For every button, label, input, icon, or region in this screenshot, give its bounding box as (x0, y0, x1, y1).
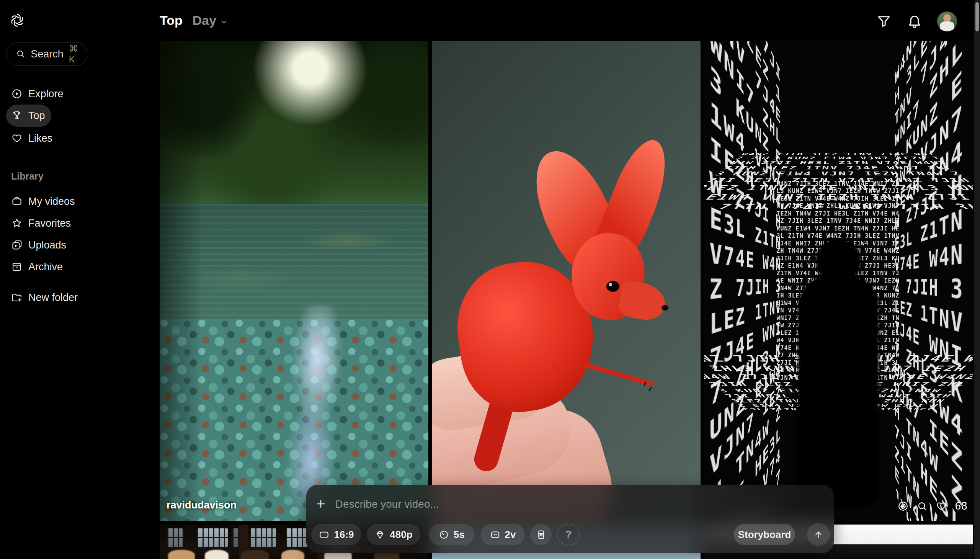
search-input[interactable]: Search ⌘ K (6, 42, 87, 66)
duration-icon (438, 529, 450, 540)
uploads-icon (11, 239, 23, 251)
vignette-art (160, 41, 428, 521)
cow-art (205, 550, 228, 559)
sidebar-item-label: Favorites (28, 217, 71, 229)
generate-button[interactable] (807, 523, 830, 546)
creature-claw-art (648, 387, 652, 391)
resolution-setting[interactable]: 480p (367, 524, 420, 545)
barn-window-art (286, 528, 308, 547)
search-icon (16, 49, 25, 60)
silhouette-figure-art (798, 238, 879, 506)
sidebar-item-likes[interactable]: Likes (6, 127, 59, 149)
sidebar-item-label: My videos (28, 196, 75, 208)
videos-icon (11, 196, 23, 207)
cow-art (168, 550, 195, 559)
trophy-icon (11, 110, 23, 121)
heart-icon (11, 132, 23, 144)
video-author-link[interactable]: ravidudavison (167, 499, 236, 511)
explore-icon (11, 88, 23, 99)
prompt-composer: 16:9 480p 5s (306, 485, 834, 553)
likes-count: 68 (955, 500, 967, 512)
video-tile-glyph-tunnel[interactable]: W4NZ 7JIH 3LEZ 1TNV 7J4E WNI7 ZHL3 KUNZ … (704, 41, 973, 521)
sidebar-item-archive[interactable]: Archive (6, 256, 69, 278)
glyph-wall-art: W4NZ 7JIH 3LEZ 1TNV 7J4E WNI7 ZHL3 KUNZ … (709, 41, 782, 521)
cow-art (241, 550, 269, 559)
barn-window-art (167, 528, 183, 547)
sora-app: Search ⌘ K Explore Top (0, 0, 980, 559)
chevron-down-icon (219, 17, 228, 26)
avatar-head (943, 14, 951, 22)
sidebar-item-favorites[interactable]: Favorites (6, 212, 77, 234)
add-media-button[interactable] (315, 498, 327, 510)
duration-setting[interactable]: 5s (429, 524, 474, 545)
sidebar-item-label: Top (28, 110, 45, 122)
storyboard-icon-button[interactable] (530, 524, 552, 545)
barn-window-art (250, 528, 276, 547)
range-filter-dropdown[interactable]: Day (193, 13, 228, 28)
sidebar-item-label: Archive (28, 261, 63, 273)
storyboard-icon (535, 529, 547, 540)
sidebar: Search ⌘ K Explore Top (0, 0, 153, 559)
search-label: Search (31, 48, 64, 60)
sidebar-item-label: Explore (28, 88, 64, 100)
remix-icon[interactable] (897, 500, 909, 512)
bell-icon[interactable] (907, 13, 922, 30)
page-title: Top (160, 13, 183, 28)
creature-snout-art (617, 280, 668, 323)
prompt-input[interactable] (335, 494, 788, 514)
scrollbar-thumb[interactable] (975, 2, 979, 31)
quality-icon (374, 529, 385, 540)
search-shortcut: ⌘ K (69, 43, 87, 65)
sidebar-item-label: Likes (28, 132, 53, 144)
new-folder-label: New folder (28, 292, 78, 304)
avatar[interactable] (937, 12, 957, 31)
avatar-body (940, 22, 954, 31)
like-heart-icon[interactable] (935, 500, 947, 512)
new-folder-icon (11, 292, 23, 303)
aspect-ratio-setting[interactable]: 16:9 (311, 524, 361, 545)
creature-leg-art (583, 362, 654, 387)
video-stats-overlay: 68 (897, 500, 967, 512)
header-actions (876, 12, 957, 31)
sidebar-item-top[interactable]: Top (6, 104, 51, 127)
storyboard-button[interactable]: Storyboard (734, 524, 795, 545)
aspect-ratio-icon (319, 529, 330, 540)
glyph-wall-art: W4NZ 7JIH 3LEZ 1TNV 7J4E WNI7 ZHL3 KUNZ … (895, 41, 967, 521)
help-button[interactable]: ? (557, 524, 580, 545)
arrow-up-icon (813, 529, 824, 540)
video-tile-jungle-river[interactable]: ravidudavison (160, 41, 428, 521)
sidebar-item-my-videos[interactable]: My videos (6, 190, 81, 212)
video-tile-red-creature[interactable] (432, 41, 701, 521)
sidebar-item-explore[interactable]: Explore (6, 83, 70, 105)
new-folder-button[interactable]: New folder (6, 286, 84, 309)
search-similar-icon[interactable] (916, 500, 928, 512)
sidebar-item-label: Uploads (28, 239, 66, 251)
library-section-header: Library (11, 171, 44, 182)
archive-icon (11, 261, 23, 273)
creature-nose-art (661, 305, 668, 311)
variations-icon (490, 529, 501, 540)
star-icon (11, 217, 23, 229)
filter-icon[interactable] (876, 13, 892, 30)
scrollbar-track (974, 0, 980, 559)
page-header: Top Day (160, 13, 228, 28)
sidebar-item-uploads[interactable]: Uploads (6, 234, 72, 256)
barn-window-art (197, 528, 228, 547)
range-filter-label: Day (193, 13, 216, 28)
variations-setting[interactable]: 2v (481, 524, 525, 545)
cow-art (281, 550, 304, 559)
openai-logo-icon[interactable] (9, 12, 25, 28)
